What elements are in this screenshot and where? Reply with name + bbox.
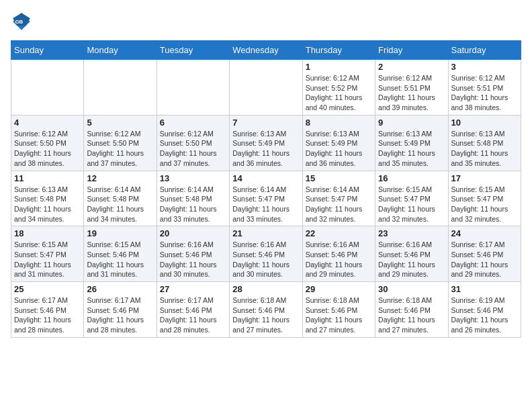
day-info: Sunrise: 6:17 AM Sunset: 5:46 PM Dayligh… bbox=[14, 295, 81, 335]
day-info: Sunrise: 6:16 AM Sunset: 5:46 PM Dayligh… bbox=[232, 240, 299, 279]
day-info: Sunrise: 6:18 AM Sunset: 5:46 PM Dayligh… bbox=[232, 295, 299, 335]
day-number: 14 bbox=[232, 173, 299, 183]
day-info: Sunrise: 6:18 AM Sunset: 5:46 PM Dayligh… bbox=[378, 295, 445, 335]
day-number: 1 bbox=[306, 62, 372, 72]
day-cell: 23Sunrise: 6:16 AM Sunset: 5:46 PM Dayli… bbox=[375, 226, 448, 282]
day-info: Sunrise: 6:15 AM Sunset: 5:46 PM Dayligh… bbox=[87, 240, 153, 279]
day-info: Sunrise: 6:19 AM Sunset: 5:46 PM Dayligh… bbox=[451, 295, 518, 335]
week-row-4: 18Sunrise: 6:15 AM Sunset: 5:47 PM Dayli… bbox=[11, 226, 521, 282]
day-number: 9 bbox=[378, 118, 445, 128]
day-cell: 3Sunrise: 6:12 AM Sunset: 5:51 PM Daylig… bbox=[448, 60, 521, 116]
header-day-tuesday: Tuesday bbox=[157, 41, 229, 60]
day-cell: 25Sunrise: 6:17 AM Sunset: 5:46 PM Dayli… bbox=[11, 282, 84, 338]
day-number: 17 bbox=[451, 173, 518, 183]
day-number: 19 bbox=[87, 228, 153, 238]
day-number: 20 bbox=[160, 228, 226, 238]
day-cell: 30Sunrise: 6:18 AM Sunset: 5:46 PM Dayli… bbox=[375, 282, 448, 338]
day-cell: 19Sunrise: 6:15 AM Sunset: 5:46 PM Dayli… bbox=[84, 226, 157, 282]
day-cell: 16Sunrise: 6:15 AM Sunset: 5:47 PM Dayli… bbox=[375, 171, 448, 226]
day-info: Sunrise: 6:18 AM Sunset: 5:46 PM Dayligh… bbox=[306, 295, 372, 335]
day-number: 28 bbox=[232, 284, 299, 294]
calendar-header-row: SundayMondayTuesdayWednesdayThursdayFrid… bbox=[11, 41, 521, 60]
day-info: Sunrise: 6:13 AM Sunset: 5:48 PM Dayligh… bbox=[14, 185, 81, 224]
day-info: Sunrise: 6:12 AM Sunset: 5:51 PM Dayligh… bbox=[451, 73, 518, 113]
day-info: Sunrise: 6:14 AM Sunset: 5:48 PM Dayligh… bbox=[160, 185, 226, 224]
header-day-friday: Friday bbox=[375, 41, 448, 60]
day-cell: 9Sunrise: 6:13 AM Sunset: 5:49 PM Daylig… bbox=[375, 115, 448, 171]
day-cell: 17Sunrise: 6:15 AM Sunset: 5:47 PM Dayli… bbox=[448, 171, 521, 226]
svg-text:GB: GB bbox=[15, 19, 23, 25]
day-cell: 20Sunrise: 6:16 AM Sunset: 5:46 PM Dayli… bbox=[157, 226, 229, 282]
day-info: Sunrise: 6:12 AM Sunset: 5:52 PM Dayligh… bbox=[306, 73, 372, 113]
day-number: 31 bbox=[451, 284, 518, 294]
day-cell bbox=[157, 60, 229, 116]
day-cell: 11Sunrise: 6:13 AM Sunset: 5:48 PM Dayli… bbox=[11, 171, 84, 226]
day-number: 27 bbox=[160, 284, 226, 294]
header-day-wednesday: Wednesday bbox=[230, 41, 302, 60]
day-info: Sunrise: 6:12 AM Sunset: 5:50 PM Dayligh… bbox=[160, 129, 226, 169]
day-cell: 6Sunrise: 6:12 AM Sunset: 5:50 PM Daylig… bbox=[157, 115, 229, 171]
day-cell: 12Sunrise: 6:14 AM Sunset: 5:48 PM Dayli… bbox=[84, 171, 157, 226]
day-number: 22 bbox=[306, 228, 372, 238]
day-cell: 8Sunrise: 6:13 AM Sunset: 5:49 PM Daylig… bbox=[302, 115, 375, 171]
day-number: 11 bbox=[14, 173, 81, 183]
day-info: Sunrise: 6:13 AM Sunset: 5:49 PM Dayligh… bbox=[378, 129, 445, 169]
day-cell: 21Sunrise: 6:16 AM Sunset: 5:46 PM Dayli… bbox=[230, 226, 302, 282]
day-cell: 27Sunrise: 6:17 AM Sunset: 5:46 PM Dayli… bbox=[157, 282, 229, 338]
day-info: Sunrise: 6:13 AM Sunset: 5:49 PM Dayligh… bbox=[232, 129, 299, 169]
day-cell: 14Sunrise: 6:14 AM Sunset: 5:47 PM Dayli… bbox=[230, 171, 302, 226]
day-info: Sunrise: 6:15 AM Sunset: 5:47 PM Dayligh… bbox=[378, 185, 445, 224]
day-info: Sunrise: 6:16 AM Sunset: 5:46 PM Dayligh… bbox=[378, 240, 445, 279]
day-info: Sunrise: 6:17 AM Sunset: 5:46 PM Dayligh… bbox=[451, 240, 518, 279]
day-info: Sunrise: 6:12 AM Sunset: 5:50 PM Dayligh… bbox=[87, 129, 153, 169]
day-cell: 26Sunrise: 6:17 AM Sunset: 5:46 PM Dayli… bbox=[84, 282, 157, 338]
day-number: 2 bbox=[378, 62, 445, 72]
day-info: Sunrise: 6:12 AM Sunset: 5:51 PM Dayligh… bbox=[378, 73, 445, 113]
header-day-sunday: Sunday bbox=[11, 41, 84, 60]
day-info: Sunrise: 6:15 AM Sunset: 5:47 PM Dayligh… bbox=[451, 185, 518, 224]
day-cell bbox=[84, 60, 157, 116]
day-number: 30 bbox=[378, 284, 445, 294]
day-number: 16 bbox=[378, 173, 445, 183]
day-number: 18 bbox=[14, 228, 81, 238]
day-info: Sunrise: 6:14 AM Sunset: 5:47 PM Dayligh… bbox=[232, 185, 299, 224]
day-info: Sunrise: 6:14 AM Sunset: 5:47 PM Dayligh… bbox=[306, 185, 372, 224]
day-number: 24 bbox=[451, 228, 518, 238]
day-cell: 1Sunrise: 6:12 AM Sunset: 5:52 PM Daylig… bbox=[302, 60, 375, 116]
header-day-saturday: Saturday bbox=[448, 41, 521, 60]
day-info: Sunrise: 6:16 AM Sunset: 5:46 PM Dayligh… bbox=[306, 240, 372, 279]
week-row-2: 4Sunrise: 6:12 AM Sunset: 5:50 PM Daylig… bbox=[11, 115, 521, 171]
day-info: Sunrise: 6:14 AM Sunset: 5:48 PM Dayligh… bbox=[87, 185, 153, 224]
day-number: 15 bbox=[306, 173, 372, 183]
day-cell: 2Sunrise: 6:12 AM Sunset: 5:51 PM Daylig… bbox=[375, 60, 448, 116]
day-number: 12 bbox=[87, 173, 153, 183]
day-cell: 10Sunrise: 6:13 AM Sunset: 5:48 PM Dayli… bbox=[448, 115, 521, 171]
day-number: 26 bbox=[87, 284, 153, 294]
day-info: Sunrise: 6:13 AM Sunset: 5:48 PM Dayligh… bbox=[451, 129, 518, 169]
day-cell: 18Sunrise: 6:15 AM Sunset: 5:47 PM Dayli… bbox=[11, 226, 84, 282]
day-info: Sunrise: 6:17 AM Sunset: 5:46 PM Dayligh… bbox=[160, 295, 226, 335]
day-cell: 13Sunrise: 6:14 AM Sunset: 5:48 PM Dayli… bbox=[157, 171, 229, 226]
day-number: 3 bbox=[451, 62, 518, 72]
day-cell bbox=[11, 60, 84, 116]
day-number: 7 bbox=[232, 118, 299, 128]
day-cell: 24Sunrise: 6:17 AM Sunset: 5:46 PM Dayli… bbox=[448, 226, 521, 282]
header-day-monday: Monday bbox=[84, 41, 157, 60]
day-number: 6 bbox=[160, 118, 226, 128]
logo: GB bbox=[11, 11, 35, 32]
week-row-5: 25Sunrise: 6:17 AM Sunset: 5:46 PM Dayli… bbox=[11, 282, 521, 338]
day-number: 10 bbox=[451, 118, 518, 128]
day-info: Sunrise: 6:16 AM Sunset: 5:46 PM Dayligh… bbox=[160, 240, 226, 279]
day-number: 8 bbox=[306, 118, 372, 128]
logo-icon: GB bbox=[11, 11, 32, 32]
day-cell: 28Sunrise: 6:18 AM Sunset: 5:46 PM Dayli… bbox=[230, 282, 302, 338]
day-info: Sunrise: 6:12 AM Sunset: 5:50 PM Dayligh… bbox=[14, 129, 81, 169]
day-number: 25 bbox=[14, 284, 81, 294]
header-day-thursday: Thursday bbox=[302, 41, 375, 60]
day-number: 5 bbox=[87, 118, 153, 128]
day-cell: 22Sunrise: 6:16 AM Sunset: 5:46 PM Dayli… bbox=[302, 226, 375, 282]
day-number: 13 bbox=[160, 173, 226, 183]
week-row-3: 11Sunrise: 6:13 AM Sunset: 5:48 PM Dayli… bbox=[11, 171, 521, 226]
day-cell bbox=[230, 60, 302, 116]
calendar-table: SundayMondayTuesdayWednesdayThursdayFrid… bbox=[11, 40, 521, 338]
